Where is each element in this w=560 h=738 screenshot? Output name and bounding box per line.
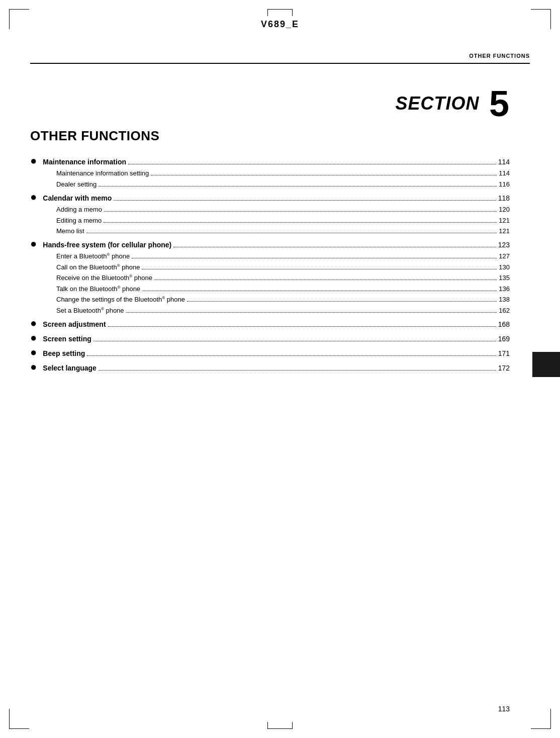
toc-item-maintenance: ● Maintenance information 114 <box>30 154 510 168</box>
toc-dots <box>132 258 497 258</box>
toc-page: 168 <box>498 319 510 330</box>
toc-page: 169 <box>498 333 510 345</box>
toc-dots <box>151 175 497 175</box>
bullet-icon: ● <box>30 155 37 166</box>
toc-label: Hands-free system (for cellular phone) <box>43 239 171 251</box>
main-title: OTHER FUNCTIONS <box>30 128 159 144</box>
toc-dots <box>86 233 497 233</box>
toc-item-bt-call: Call on the Bluetooth® phone 130 <box>30 262 510 272</box>
toc-label: Dealer setting <box>56 179 97 190</box>
toc-item-maint-setting: Maintenance information setting 114 <box>30 168 510 178</box>
toc-item-bt-enter: Enter a Bluetooth® phone 127 <box>30 251 510 261</box>
section-word: SECTION <box>395 93 479 114</box>
toc-page: 162 <box>499 305 510 316</box>
toc-page: 121 <box>499 226 510 236</box>
toc-item-calendar: ● Calendar with memo 118 <box>30 191 510 204</box>
toc-page: 114 <box>499 168 510 178</box>
bullet-icon: ● <box>30 347 37 358</box>
toc-container: ● Maintenance information 114 Maintenanc… <box>30 153 510 374</box>
toc-label: Maintenance information <box>43 156 126 168</box>
section-number: 5 <box>489 83 510 124</box>
toc-page: 123 <box>498 239 510 251</box>
toc-item-edit-memo: Editing a memo 121 <box>30 215 510 226</box>
toc-label: Call on the Bluetooth® phone <box>56 262 140 272</box>
toc-item-bt-set: Set a Bluetooth® phone 162 <box>30 305 510 316</box>
toc-item-bt-receive: Receive on the Bluetooth® phone 135 <box>30 272 510 283</box>
bullet-icon: ● <box>30 238 37 249</box>
toc-page: 114 <box>498 156 510 168</box>
toc-label: Screen setting <box>43 333 91 345</box>
toc-item-dealer-setting: Dealer setting 116 <box>30 179 510 190</box>
toc-item-handsfree: ● Hands-free system (for cellular phone)… <box>30 237 510 251</box>
toc-page: 130 <box>499 262 510 272</box>
bullet-icon: ● <box>30 332 37 343</box>
toc-dots <box>126 312 497 313</box>
toc-dots <box>99 186 497 187</box>
toc-page: 136 <box>499 284 510 294</box>
toc-dots <box>154 280 497 280</box>
black-tab <box>532 352 560 377</box>
corner-mark-bl <box>9 709 29 729</box>
toc-dots <box>108 326 496 327</box>
toc-label: Adding a memo <box>56 204 102 215</box>
toc-dots <box>142 291 497 291</box>
bottom-tick <box>267 722 293 729</box>
bullet-icon: ● <box>30 318 37 329</box>
toc-page: 172 <box>498 362 510 374</box>
toc-item-language: ● Select language 172 <box>30 360 510 374</box>
toc-label: Maintenance information setting <box>56 168 149 178</box>
bullet-icon: ● <box>30 361 37 373</box>
toc-label: Change the settings of the Bluetooth® ph… <box>56 294 185 305</box>
top-right-label: OTHER FUNCTIONS <box>469 53 530 59</box>
toc-label: Receive on the Bluetooth® phone <box>56 272 152 283</box>
toc-page: 118 <box>498 193 510 204</box>
toc-label: Talk on the Bluetooth® phone <box>56 284 140 294</box>
toc-page: 127 <box>499 251 510 261</box>
toc-dots <box>87 355 496 356</box>
toc-label: Enter a Bluetooth® phone <box>56 251 130 261</box>
toc-label: Screen adjustment <box>43 319 106 330</box>
toc-dots <box>128 164 496 164</box>
toc-label: Editing a memo <box>56 215 102 226</box>
toc-page: 116 <box>499 179 510 190</box>
header-title: V689_E <box>261 19 299 30</box>
toc-page: 120 <box>499 204 510 215</box>
toc-item-bt-talk: Talk on the Bluetooth® phone 136 <box>30 284 510 294</box>
toc-label: Calendar with memo <box>43 193 112 204</box>
toc-dots <box>104 211 497 212</box>
toc-dots <box>114 200 496 201</box>
corner-mark-br <box>531 709 551 729</box>
top-hr <box>30 63 530 64</box>
toc-label: Set a Bluetooth® phone <box>56 305 124 316</box>
toc-item-memo-list: Memo list 121 <box>30 226 510 236</box>
header: V689_E <box>0 9 560 30</box>
toc-item-add-memo: Adding a memo 120 <box>30 204 510 215</box>
toc-page: 138 <box>499 294 510 305</box>
toc-dots <box>99 370 496 371</box>
toc-item-screen-set: ● Screen setting 169 <box>30 331 510 345</box>
toc-page: 135 <box>499 272 510 283</box>
toc-dots <box>173 247 496 247</box>
toc-item-screen-adj: ● Screen adjustment 168 <box>30 317 510 330</box>
toc-dots <box>142 269 497 269</box>
toc-page: 171 <box>498 348 510 359</box>
page-number: 113 <box>498 705 510 713</box>
toc-dots <box>94 341 496 341</box>
toc-dots <box>104 222 497 223</box>
toc-item-bt-change: Change the settings of the Bluetooth® ph… <box>30 294 510 305</box>
toc-dots <box>187 301 497 302</box>
toc-page: 121 <box>499 215 510 226</box>
toc-item-beep: ● Beep setting 171 <box>30 346 510 359</box>
toc-label: Select language <box>43 362 97 374</box>
section-label: SECTION 5 <box>395 83 510 124</box>
page: V689_E OTHER FUNCTIONS SECTION 5 OTHER F… <box>0 0 560 738</box>
toc-label: Beep setting <box>43 348 85 359</box>
toc-label: Memo list <box>56 226 84 236</box>
bullet-icon: ● <box>30 192 37 203</box>
